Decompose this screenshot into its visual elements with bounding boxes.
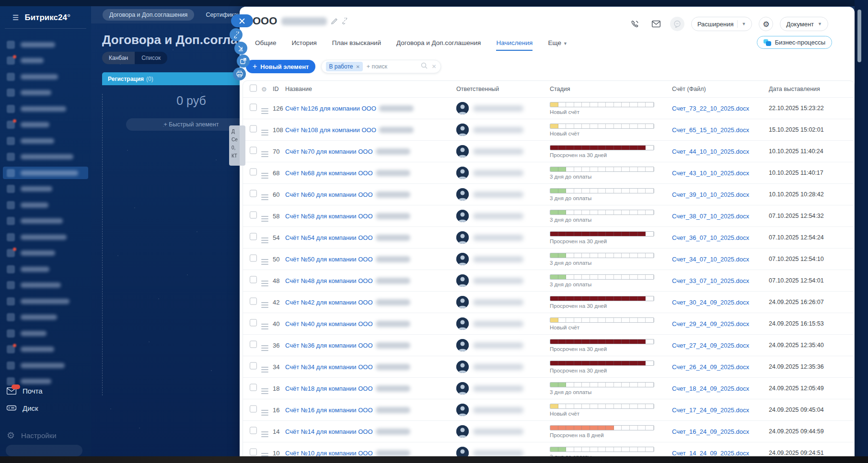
- filter-chip[interactable]: В работе ✕: [326, 62, 362, 71]
- invoice-file-link[interactable]: Счет_26_24_09_2025.docx: [672, 363, 749, 371]
- sidebar-item-blurred[interactable]: [7, 311, 84, 324]
- invoice-title-link[interactable]: Счёт №14 для компании ООО: [285, 428, 373, 435]
- sidebar-item-blurred[interactable]: [7, 135, 84, 147]
- collapse-icon[interactable]: [234, 42, 247, 55]
- table-settings-gear-icon[interactable]: ⚙: [261, 86, 267, 93]
- sidebar-item-blurred[interactable]: [7, 327, 84, 339]
- invoice-file-link[interactable]: Счет_29_24_09_2025.docx: [672, 320, 749, 327]
- settings-gear-icon[interactable]: ⚙: [759, 17, 773, 31]
- row-checkbox[interactable]: [250, 255, 257, 262]
- sidebar-item-blurred[interactable]: [7, 70, 84, 83]
- invoice-file-link[interactable]: Счет_39_10_10_2025.docx: [672, 191, 749, 198]
- invoice-title-link[interactable]: Счёт №16 для компании ООО: [285, 407, 373, 414]
- close-icon[interactable]: [231, 14, 253, 27]
- responsible-cell[interactable]: [456, 210, 523, 222]
- responsible-cell[interactable]: [456, 382, 523, 395]
- sidebar-bottom-button[interactable]: [6, 445, 82, 456]
- sidebar-item-blurred[interactable]: [7, 55, 84, 67]
- row-checkbox[interactable]: [250, 362, 257, 370]
- row-drag-menu-icon[interactable]: [261, 108, 268, 114]
- extensions-dropdown[interactable]: Расширения ▼: [691, 17, 752, 31]
- sidebar-item-blurred[interactable]: [7, 87, 84, 99]
- phone-icon[interactable]: [628, 17, 642, 31]
- responsible-cell[interactable]: [456, 317, 523, 330]
- row-checkbox[interactable]: [250, 147, 257, 154]
- row-checkbox[interactable]: [250, 233, 257, 240]
- column-header-id[interactable]: ID: [273, 86, 279, 92]
- invoice-file-link[interactable]: Счет_14_24_09_2025.docx: [672, 450, 749, 457]
- invoice-file-link[interactable]: Счет_44_10_10_2025.docx: [672, 148, 749, 155]
- column-header-stage[interactable]: Стадия: [550, 86, 570, 92]
- responsible-cell[interactable]: [456, 296, 523, 308]
- invoice-title-link[interactable]: Счёт №42 для компании ООО: [285, 299, 373, 306]
- invoice-title-link[interactable]: Счёт №70 для компании ООО: [285, 148, 373, 155]
- tab-item[interactable]: Общие: [255, 39, 276, 51]
- tab-active[interactable]: Начисления: [496, 39, 532, 51]
- invoice-title-link[interactable]: Счёт №60 для компании ООО: [285, 191, 373, 198]
- row-checkbox[interactable]: [250, 125, 257, 133]
- search-input[interactable]: + поиск: [367, 63, 417, 70]
- invoice-file-link[interactable]: Счет_38_07_10_2025.docx: [672, 213, 749, 220]
- row-drag-menu-icon[interactable]: [261, 173, 268, 179]
- sidebar-item-blurred[interactable]: [7, 199, 84, 211]
- sidebar-item-blurred[interactable]: [7, 263, 84, 275]
- view-tab-list[interactable]: Список: [135, 52, 167, 64]
- tab-item[interactable]: История: [291, 39, 316, 51]
- row-drag-menu-icon[interactable]: [261, 151, 268, 157]
- invoice-title-link[interactable]: Счёт №58 для компании ООО: [285, 213, 373, 220]
- invoice-file-link[interactable]: Счет_27_24_09_2025.docx: [672, 342, 749, 349]
- table-row[interactable]: 54 Счёт №54 для компании ООО Просрочен н…: [243, 226, 854, 248]
- sidebar-item-blurred[interactable]: [7, 183, 84, 195]
- print-icon[interactable]: [233, 68, 246, 80]
- row-drag-menu-icon[interactable]: [261, 302, 268, 308]
- sidebar-item-blurred[interactable]: [7, 359, 84, 372]
- responsible-cell[interactable]: [456, 339, 523, 351]
- scrollbar[interactable]: [857, 10, 861, 62]
- column-header-date[interactable]: Дата выставления: [769, 86, 820, 92]
- sidebar-item-blurred[interactable]: [7, 295, 84, 307]
- row-drag-menu-icon[interactable]: [261, 410, 268, 416]
- invoice-file-link[interactable]: Счет_17_24_09_2025.docx: [672, 407, 749, 414]
- table-row[interactable]: 34 Счёт №34 для компании ООО Просрочен н…: [243, 356, 854, 377]
- row-drag-menu-icon[interactable]: [261, 194, 268, 200]
- table-row[interactable]: 58 Счёт №58 для компании ООО 3 дня до оп…: [243, 205, 854, 226]
- row-checkbox[interactable]: [250, 384, 257, 391]
- invoice-file-link[interactable]: Счет_43_10_10_2025.docx: [672, 169, 749, 177]
- responsible-cell[interactable]: [456, 167, 523, 179]
- table-row[interactable]: 16 Счёт №16 для компании ООО Новый счёт …: [243, 399, 854, 420]
- invoice-file-link[interactable]: Счет_30_24_09_2025.docx: [672, 299, 749, 306]
- remove-filter-icon[interactable]: ✕: [356, 64, 359, 69]
- top-nav-item[interactable]: Договора и Доп.соглашения: [103, 9, 194, 21]
- table-row[interactable]: 40 Счёт №40 для компании ООО Новый счёт …: [243, 313, 854, 334]
- row-drag-menu-icon[interactable]: [261, 431, 268, 437]
- row-checkbox[interactable]: [250, 341, 257, 348]
- invoice-file-link[interactable]: Счет_34_07_10_2025.docx: [672, 256, 749, 263]
- responsible-cell[interactable]: [456, 404, 523, 416]
- new-item-button[interactable]: + Новый элемент: [246, 60, 315, 73]
- tab-item[interactable]: План взысканий: [332, 39, 381, 51]
- invoice-file-link[interactable]: Счет_18_24_09_2025.docx: [672, 385, 749, 392]
- row-drag-menu-icon[interactable]: [261, 281, 268, 286]
- responsible-cell[interactable]: [456, 361, 523, 373]
- row-checkbox[interactable]: [250, 298, 257, 305]
- invoice-title-link[interactable]: Счёт №54 для компании ООО: [285, 234, 373, 241]
- copy-link-icon[interactable]: [230, 28, 243, 41]
- invoice-title-link[interactable]: Счёт №48 для компании ООО: [285, 277, 373, 284]
- table-row[interactable]: 60 Счёт №60 для компании ООО 3 дня до оп…: [243, 183, 854, 205]
- row-drag-menu-icon[interactable]: [261, 259, 268, 265]
- responsible-cell[interactable]: [456, 231, 523, 244]
- tab-item[interactable]: Договора и Доп.соглашения: [396, 39, 481, 51]
- responsible-cell[interactable]: [456, 102, 523, 114]
- invoice-title-link[interactable]: Счёт №34 для компании ООО: [285, 363, 373, 371]
- row-checkbox[interactable]: [250, 104, 257, 111]
- responsible-cell[interactable]: [456, 188, 523, 201]
- sidebar-item-settings[interactable]: ⚙ Настройки: [7, 430, 57, 441]
- table-row[interactable]: 36 Счёт №36 для компании ООО Просрочен н…: [243, 334, 854, 356]
- row-drag-menu-icon[interactable]: [261, 237, 268, 243]
- row-drag-menu-icon[interactable]: [261, 324, 268, 329]
- sidebar-item-blurred[interactable]: [7, 119, 84, 131]
- invoice-title-link[interactable]: Счёт №36 для компании ООО: [285, 342, 373, 349]
- table-row[interactable]: 108 Счёт №108 для компании ООО Новый счё…: [243, 119, 854, 140]
- sidebar-item-blurred[interactable]: [7, 279, 84, 292]
- edit-pencil-icon[interactable]: [331, 18, 337, 24]
